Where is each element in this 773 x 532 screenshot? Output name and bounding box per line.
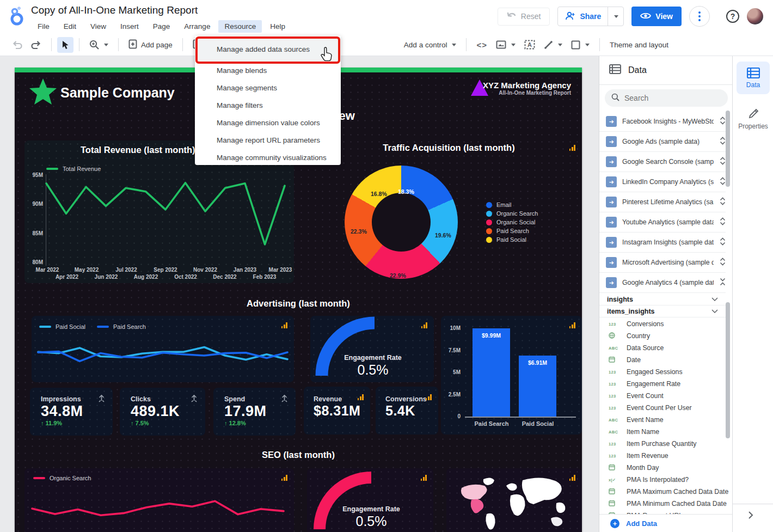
report-title[interactable]: Copy of All-In-One Marketing Report — [31, 4, 198, 16]
field-event-count[interactable]: 123Event Count — [599, 390, 722, 402]
menu-item-manage-segments[interactable]: Manage segments — [195, 80, 341, 97]
seo-engagement-gauge[interactable]: Engagement Rate 0.5% — [307, 468, 433, 532]
data-source-mini-chart-icon[interactable] — [569, 145, 575, 151]
field-data-source[interactable]: ABCData Source — [599, 342, 722, 354]
source-google-search-console[interactable]: ➜Google Search Console (sample d... — [599, 152, 726, 172]
scorecard-clicks[interactable]: Clicks 489.1K ↑ 7.5% — [120, 388, 205, 436]
url-embed-icon[interactable]: <> — [472, 37, 492, 53]
unfold-more-icon[interactable] — [720, 197, 726, 207]
source-google-analytics-4[interactable]: ➜Google Analytics 4 (sample data) — [599, 273, 726, 293]
add-data-button[interactable]: + Add Data — [599, 514, 732, 532]
unfold-more-icon[interactable] — [720, 157, 726, 167]
fields-scrollbar-thumb[interactable] — [726, 302, 730, 438]
share-button[interactable]: Share — [557, 7, 624, 26]
field-event-count-per-user[interactable]: 123Event Count Per User — [599, 402, 722, 414]
add-a-control-button[interactable]: Add a control — [400, 38, 461, 52]
tab-properties[interactable]: Properties — [737, 104, 770, 134]
unfold-more-icon[interactable] — [720, 258, 726, 268]
menu-resource[interactable]: Resource — [218, 20, 262, 33]
more-options-button[interactable] — [689, 6, 710, 27]
field-month-day[interactable]: Month Day — [599, 462, 722, 474]
source-pinterest-lifetime-analytics[interactable]: ➜Pinterest Lifetime Analytics (samp... — [599, 192, 726, 212]
theme-and-layout-button[interactable]: Theme and layout — [605, 38, 673, 52]
share-dropdown-caret[interactable] — [608, 7, 623, 26]
field-date[interactable]: Date — [599, 354, 722, 366]
field-pma-maximum-cached-data-date[interactable]: PMA Maximum Cached Data Date — [599, 486, 722, 498]
sources-scrollbar-thumb[interactable] — [726, 111, 730, 187]
undo-button[interactable] — [8, 38, 27, 52]
view-button[interactable]: View — [631, 7, 682, 26]
field-event-name[interactable]: ABCEvent Name — [599, 414, 722, 426]
field-conversions[interactable]: 123Conversions — [599, 318, 722, 330]
field-item-purchase-quantity[interactable]: 123Item Purchase Quantity — [599, 438, 722, 450]
bar-paid-search[interactable]: $9.99M — [473, 328, 510, 417]
source-google-ads[interactable]: ➜Google Ads (sample data) — [599, 132, 726, 152]
menu-page[interactable]: Page — [147, 20, 176, 33]
advertising-trend-chart[interactable]: Paid Social Paid Search — [32, 316, 294, 382]
data-source-mini-chart-icon[interactable] — [358, 394, 364, 400]
looker-studio-logo-icon[interactable] — [10, 7, 26, 28]
select-cursor-tool[interactable] — [57, 37, 73, 53]
menu-item-manage-filters[interactable]: Manage filters — [195, 97, 341, 114]
data-source-mini-chart-icon[interactable] — [426, 394, 432, 400]
bar-paid-social[interactable]: $6.91M — [519, 356, 556, 417]
data-source-mini-chart-icon[interactable] — [569, 322, 575, 328]
menu-arrange[interactable]: Arrange — [178, 20, 216, 33]
menu-item-manage-dimension-value-colors[interactable]: Manage dimension value colors — [195, 114, 341, 132]
field-pma-minimum-cached-data-date[interactable]: PMA Minimum Cached Data Date — [599, 498, 722, 510]
unfold-more-icon[interactable] — [720, 137, 726, 147]
field-engaged-sessions[interactable]: 123Engaged Sessions — [599, 366, 722, 378]
collapse-panel-button[interactable] — [748, 511, 753, 522]
unfold-more-icon[interactable] — [720, 217, 726, 228]
source-microsoft-advertising[interactable]: ➜Microsoft Advertising (sample dat... — [599, 253, 726, 273]
seo-geo-map[interactable] — [446, 468, 582, 532]
data-source-mini-chart-icon[interactable] — [281, 475, 287, 481]
menu-item-manage-report-url-parameters[interactable]: Manage report URL parameters — [195, 132, 341, 149]
zoom-tool[interactable] — [85, 36, 113, 53]
data-source-mini-chart-icon[interactable] — [281, 322, 287, 328]
help-button[interactable]: ? — [726, 10, 739, 23]
data-search[interactable] — [605, 89, 728, 107]
field-pma-is-interpolated[interactable]: x|✓PMA Is Interpolated? — [599, 474, 722, 486]
redo-button[interactable] — [27, 38, 46, 52]
menu-help[interactable]: Help — [264, 20, 291, 33]
menu-item-manage-community-visualizations[interactable]: Manage community visualizations — [195, 149, 341, 167]
field-engagement-rate[interactable]: 123Engagement Rate — [599, 378, 722, 390]
source-instagram-insights[interactable]: ➜Instagram Insights (sample data) — [599, 233, 726, 253]
unfold-more-icon[interactable] — [720, 177, 726, 187]
menu-item-manage-blends[interactable]: Manage blends — [195, 62, 341, 80]
insert-text-button[interactable]: A — [520, 36, 539, 53]
field-item-name[interactable]: ABCItem Name — [599, 426, 722, 438]
field-group-items-insights[interactable]: items_insights — [599, 305, 726, 317]
user-avatar[interactable] — [747, 8, 763, 25]
scorecard-conversions[interactable]: Conversions 5.4K — [376, 387, 438, 435]
menu-edit[interactable]: Edit — [58, 20, 82, 33]
reset-button[interactable]: Reset — [498, 8, 550, 26]
source-facebook-insights[interactable]: ➜Facebook Insights - MyWebStore - 2 — [599, 112, 726, 132]
field-country[interactable]: Country — [599, 330, 722, 342]
source-linkedin-company-analytics[interactable]: ➜LinkedIn Company Analytics (sam... — [599, 172, 726, 192]
tab-data[interactable]: Data — [737, 62, 770, 94]
insert-image-button[interactable] — [492, 37, 520, 52]
unfold-more-icon[interactable] — [720, 237, 726, 248]
engagement-rate-gauge[interactable]: Engagement Rate 0.5% — [310, 316, 434, 382]
insert-line-button[interactable] — [539, 37, 567, 53]
unfold-less-icon[interactable] — [720, 278, 726, 288]
menu-insert[interactable]: Insert — [114, 20, 145, 33]
menu-item-manage-added-data-sources[interactable]: Manage added data sources — [195, 37, 341, 62]
search-input[interactable] — [624, 94, 717, 102]
source-youtube-analytics[interactable]: ➜Youtube Analytics (sample data) — [599, 212, 726, 233]
menu-file[interactable]: File — [32, 20, 56, 33]
add-page-button[interactable]: Add page — [124, 36, 177, 54]
seo-trend-chart[interactable]: Organic Search — [24, 468, 294, 532]
insert-shape-button[interactable] — [567, 37, 594, 53]
scorecard-impressions[interactable]: Impressions 34.8M ↑ 11.9% — [30, 388, 113, 436]
traffic-acquisition-chart[interactable]: Traffic Acquisition (last month) 18.3% 1… — [316, 140, 582, 283]
menu-view[interactable]: View — [84, 20, 112, 33]
advertising-bar-chart[interactable]: 10M 7.5M 5M 2.5M 0 $9.99M $6.91M Paid Se… — [441, 316, 582, 435]
field-group-insights[interactable]: insights — [599, 293, 726, 305]
unfold-more-icon[interactable] — [720, 117, 726, 127]
field-item-revenue[interactable]: 123Item Revenue — [599, 450, 722, 462]
scorecard-spend[interactable]: Spend 17.9M ↑ 12.8% — [213, 388, 296, 436]
scorecard-revenue[interactable]: Revenue $8.31M — [304, 387, 370, 435]
